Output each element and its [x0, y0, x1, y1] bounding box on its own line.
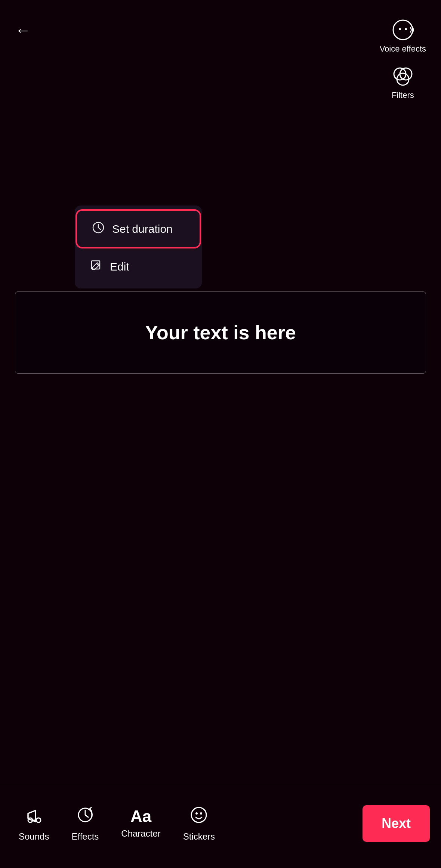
clock-icon	[92, 221, 105, 237]
character-tab[interactable]: Aa Character	[114, 804, 168, 843]
stickers-tab[interactable]: Stickers	[176, 801, 222, 846]
filters-button[interactable]: Filters	[392, 65, 414, 100]
bottom-bar: Sounds Effects Aa Character	[0, 786, 441, 868]
edit-label: Edit	[110, 260, 129, 273]
filters-label: Filters	[392, 90, 414, 100]
next-button[interactable]: Next	[363, 805, 430, 842]
character-label: Character	[121, 828, 160, 839]
edit-icon	[90, 259, 102, 274]
back-arrow-icon: ←	[15, 21, 31, 39]
svg-point-19	[200, 812, 202, 815]
effects-icon	[75, 805, 95, 828]
set-duration-menu-item[interactable]: Set duration	[77, 211, 200, 247]
svg-point-11	[36, 818, 41, 822]
sounds-icon	[24, 805, 44, 828]
sounds-tab[interactable]: Sounds	[11, 801, 56, 846]
set-duration-label: Set duration	[112, 223, 173, 235]
text-box-content: Your text is here	[145, 321, 296, 344]
voice-effects-button[interactable]: Voice effects	[380, 19, 426, 54]
svg-point-0	[393, 20, 413, 40]
edit-menu-item[interactable]: Edit	[75, 248, 202, 285]
text-box[interactable]: Your text is here	[15, 291, 426, 374]
filters-icon	[392, 65, 414, 87]
stickers-icon	[189, 805, 209, 828]
effects-label: Effects	[71, 831, 99, 842]
back-arrow-button[interactable]: ←	[15, 22, 31, 38]
svg-line-8	[98, 228, 101, 229]
stickers-label: Stickers	[183, 831, 215, 842]
voice-effects-icon	[392, 19, 414, 41]
voice-effects-label: Voice effects	[380, 44, 426, 54]
bottom-tabs: Sounds Effects Aa Character	[11, 801, 222, 846]
sounds-label: Sounds	[19, 831, 49, 842]
svg-point-1	[399, 28, 401, 30]
svg-point-18	[195, 812, 198, 815]
context-menu: Set duration Edit	[75, 206, 202, 288]
svg-point-2	[405, 28, 407, 30]
effects-tab[interactable]: Effects	[64, 801, 106, 846]
top-right-controls: Voice effects Filters	[380, 19, 426, 100]
character-icon: Aa	[130, 808, 151, 825]
